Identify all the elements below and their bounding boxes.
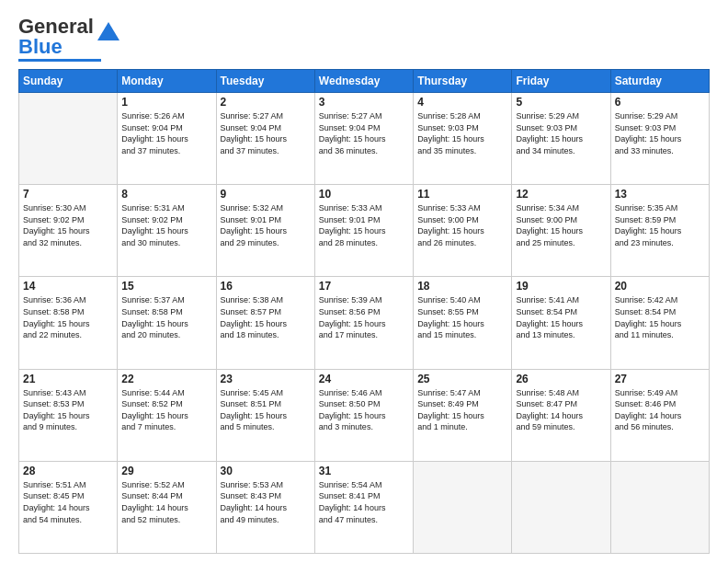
- calendar-cell: 16Sunrise: 5:38 AM Sunset: 8:57 PM Dayli…: [216, 277, 314, 369]
- calendar-cell: [610, 461, 709, 553]
- calendar-cell: 10Sunrise: 5:33 AM Sunset: 9:01 PM Dayli…: [314, 185, 413, 277]
- col-header-thursday: Thursday: [414, 70, 512, 93]
- day-info: Sunrise: 5:51 AM Sunset: 8:45 PM Dayligh…: [23, 479, 113, 525]
- day-info: Sunrise: 5:42 AM Sunset: 8:54 PM Dayligh…: [615, 294, 705, 340]
- day-number: 28: [23, 465, 113, 477]
- day-info: Sunrise: 5:28 AM Sunset: 9:03 PM Dayligh…: [417, 110, 507, 156]
- day-info: Sunrise: 5:37 AM Sunset: 8:58 PM Dayligh…: [121, 294, 211, 340]
- day-info: Sunrise: 5:43 AM Sunset: 8:53 PM Dayligh…: [23, 387, 113, 433]
- calendar-cell: 3Sunrise: 5:27 AM Sunset: 9:04 PM Daylig…: [314, 93, 413, 185]
- day-number: 10: [319, 188, 409, 201]
- day-number: 12: [516, 188, 606, 201]
- day-number: 7: [23, 188, 113, 201]
- calendar-cell: 25Sunrise: 5:47 AM Sunset: 8:49 PM Dayli…: [414, 369, 512, 461]
- day-info: Sunrise: 5:27 AM Sunset: 9:04 PM Dayligh…: [221, 110, 311, 156]
- day-info: Sunrise: 5:35 AM Sunset: 8:59 PM Dayligh…: [615, 202, 705, 248]
- day-info: Sunrise: 5:26 AM Sunset: 9:04 PM Dayligh…: [121, 110, 211, 156]
- day-number: 13: [615, 188, 705, 201]
- calendar-cell: 12Sunrise: 5:34 AM Sunset: 9:00 PM Dayli…: [512, 185, 610, 277]
- day-info: Sunrise: 5:32 AM Sunset: 9:01 PM Dayligh…: [221, 202, 311, 248]
- calendar-cell: 14Sunrise: 5:36 AM Sunset: 8:58 PM Dayli…: [19, 277, 118, 369]
- day-number: 20: [615, 280, 705, 293]
- day-info: Sunrise: 5:53 AM Sunset: 8:43 PM Dayligh…: [221, 479, 311, 525]
- day-info: Sunrise: 5:52 AM Sunset: 8:44 PM Dayligh…: [121, 479, 211, 525]
- calendar-cell: [19, 93, 118, 185]
- day-info: Sunrise: 5:27 AM Sunset: 9:04 PM Dayligh…: [319, 110, 409, 156]
- calendar-cell: 24Sunrise: 5:46 AM Sunset: 8:50 PM Dayli…: [314, 369, 413, 461]
- col-header-wednesday: Wednesday: [314, 70, 413, 93]
- day-number: 1: [121, 96, 211, 109]
- day-info: Sunrise: 5:45 AM Sunset: 8:51 PM Dayligh…: [221, 387, 311, 433]
- day-number: 31: [319, 465, 409, 477]
- logo-underline: [18, 59, 101, 62]
- day-number: 14: [23, 280, 113, 293]
- day-info: Sunrise: 5:47 AM Sunset: 8:49 PM Dayligh…: [417, 387, 507, 433]
- col-header-sunday: Sunday: [19, 70, 118, 93]
- day-number: 29: [121, 465, 211, 477]
- day-number: 6: [615, 96, 705, 109]
- day-number: 24: [319, 373, 409, 385]
- col-header-tuesday: Tuesday: [216, 70, 314, 93]
- day-info: Sunrise: 5:33 AM Sunset: 9:01 PM Dayligh…: [319, 202, 409, 248]
- day-number: 15: [121, 280, 211, 293]
- calendar-cell: 18Sunrise: 5:40 AM Sunset: 8:55 PM Dayli…: [414, 277, 512, 369]
- day-number: 25: [417, 373, 507, 385]
- calendar-cell: 7Sunrise: 5:30 AM Sunset: 9:02 PM Daylig…: [19, 185, 118, 277]
- day-number: 30: [221, 465, 311, 477]
- day-number: 11: [417, 188, 507, 201]
- day-number: 26: [516, 373, 606, 385]
- day-info: Sunrise: 5:41 AM Sunset: 8:54 PM Dayligh…: [516, 294, 606, 340]
- day-number: 3: [319, 96, 409, 109]
- calendar-cell: 9Sunrise: 5:32 AM Sunset: 9:01 PM Daylig…: [216, 185, 314, 277]
- calendar-cell: 13Sunrise: 5:35 AM Sunset: 8:59 PM Dayli…: [610, 185, 709, 277]
- calendar-cell: 11Sunrise: 5:33 AM Sunset: 9:00 PM Dayli…: [414, 185, 512, 277]
- day-number: 17: [319, 280, 409, 293]
- logo-text: General Blue: [18, 17, 94, 57]
- day-info: Sunrise: 5:33 AM Sunset: 9:00 PM Dayligh…: [417, 202, 507, 248]
- logo-blue: Blue: [18, 35, 63, 58]
- day-info: Sunrise: 5:38 AM Sunset: 8:57 PM Dayligh…: [221, 294, 311, 340]
- logo-icon: [96, 20, 121, 46]
- svg-marker-0: [97, 22, 119, 40]
- day-info: Sunrise: 5:29 AM Sunset: 9:03 PM Dayligh…: [516, 110, 606, 156]
- day-info: Sunrise: 5:29 AM Sunset: 9:03 PM Dayligh…: [615, 110, 705, 156]
- logo: General Blue: [18, 17, 121, 62]
- calendar-cell: 29Sunrise: 5:52 AM Sunset: 8:44 PM Dayli…: [118, 461, 216, 553]
- calendar-cell: 30Sunrise: 5:53 AM Sunset: 8:43 PM Dayli…: [216, 461, 314, 553]
- day-number: 5: [516, 96, 606, 109]
- col-header-saturday: Saturday: [610, 70, 709, 93]
- calendar-cell: 26Sunrise: 5:48 AM Sunset: 8:47 PM Dayli…: [512, 369, 610, 461]
- calendar-cell: 15Sunrise: 5:37 AM Sunset: 8:58 PM Dayli…: [118, 277, 216, 369]
- header: General Blue: [18, 17, 710, 62]
- calendar-cell: 5Sunrise: 5:29 AM Sunset: 9:03 PM Daylig…: [512, 93, 610, 185]
- calendar-cell: 2Sunrise: 5:27 AM Sunset: 9:04 PM Daylig…: [216, 93, 314, 185]
- day-info: Sunrise: 5:30 AM Sunset: 9:02 PM Dayligh…: [23, 202, 113, 248]
- day-info: Sunrise: 5:36 AM Sunset: 8:58 PM Dayligh…: [23, 294, 113, 340]
- day-number: 21: [23, 373, 113, 385]
- calendar-cell: 8Sunrise: 5:31 AM Sunset: 9:02 PM Daylig…: [118, 185, 216, 277]
- calendar-week-2: 7Sunrise: 5:30 AM Sunset: 9:02 PM Daylig…: [19, 185, 710, 277]
- day-info: Sunrise: 5:49 AM Sunset: 8:46 PM Dayligh…: [615, 387, 705, 433]
- day-info: Sunrise: 5:31 AM Sunset: 9:02 PM Dayligh…: [121, 202, 211, 248]
- calendar-cell: 23Sunrise: 5:45 AM Sunset: 8:51 PM Dayli…: [216, 369, 314, 461]
- day-number: 9: [221, 188, 311, 201]
- calendar-cell: 21Sunrise: 5:43 AM Sunset: 8:53 PM Dayli…: [19, 369, 118, 461]
- calendar-cell: 6Sunrise: 5:29 AM Sunset: 9:03 PM Daylig…: [610, 93, 709, 185]
- calendar-cell: 1Sunrise: 5:26 AM Sunset: 9:04 PM Daylig…: [118, 93, 216, 185]
- calendar-week-3: 14Sunrise: 5:36 AM Sunset: 8:58 PM Dayli…: [19, 277, 710, 369]
- day-number: 8: [121, 188, 211, 201]
- calendar-week-5: 28Sunrise: 5:51 AM Sunset: 8:45 PM Dayli…: [19, 461, 710, 553]
- day-number: 2: [221, 96, 311, 109]
- day-number: 27: [615, 373, 705, 385]
- day-number: 16: [221, 280, 311, 293]
- day-info: Sunrise: 5:46 AM Sunset: 8:50 PM Dayligh…: [319, 387, 409, 433]
- calendar-cell: [414, 461, 512, 553]
- day-info: Sunrise: 5:44 AM Sunset: 8:52 PM Dayligh…: [121, 387, 211, 433]
- day-number: 22: [121, 373, 211, 385]
- day-number: 23: [221, 373, 311, 385]
- day-number: 18: [417, 280, 507, 293]
- day-number: 19: [516, 280, 606, 293]
- calendar-cell: 27Sunrise: 5:49 AM Sunset: 8:46 PM Dayli…: [610, 369, 709, 461]
- calendar-cell: 19Sunrise: 5:41 AM Sunset: 8:54 PM Dayli…: [512, 277, 610, 369]
- calendar-week-1: 1Sunrise: 5:26 AM Sunset: 9:04 PM Daylig…: [19, 93, 710, 185]
